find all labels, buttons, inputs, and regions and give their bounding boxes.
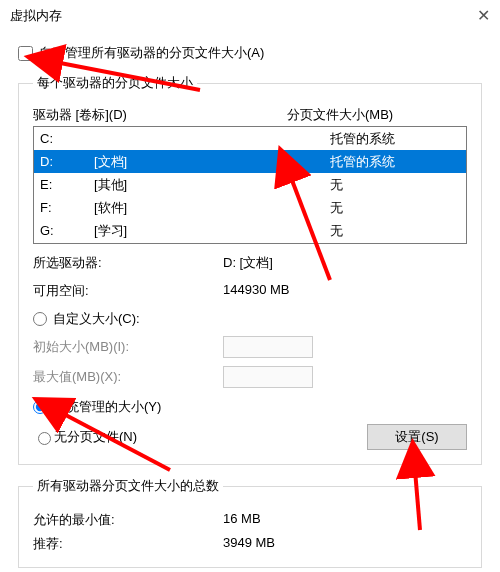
system-managed-label: 系统管理的大小(Y)	[53, 398, 161, 416]
drive-letter: F:	[40, 198, 94, 217]
per-drive-group: 每个驱动器的分页文件大小 驱动器 [卷标](D) 分页文件大小(MB) C:托管…	[18, 74, 482, 465]
available-space-label: 可用空间:	[33, 282, 223, 300]
window-title: 虚拟内存	[10, 7, 477, 25]
header-drive: 驱动器 [卷标](D)	[33, 106, 287, 124]
custom-size-radio[interactable]	[33, 312, 47, 326]
initial-size-label: 初始大小(MB)(I):	[33, 338, 223, 356]
no-paging-radio[interactable]	[38, 432, 51, 445]
no-paging-label: 无分页文件(N)	[54, 428, 137, 446]
set-button[interactable]: 设置(S)	[367, 424, 467, 450]
header-size: 分页文件大小(MB)	[287, 106, 467, 124]
totals-legend: 所有驱动器分页文件大小的总数	[33, 477, 223, 495]
drive-letter: E:	[40, 175, 94, 194]
custom-size-row: 自定义大小(C):	[33, 310, 467, 328]
drive-size: 托管的系统	[330, 152, 460, 171]
dialog-content: 自动管理所有驱动器的分页文件大小(A) 每个驱动器的分页文件大小 驱动器 [卷标…	[0, 32, 500, 568]
close-icon[interactable]: ✕	[477, 6, 490, 25]
drive-size: 无	[330, 221, 460, 240]
min-allowed-value: 16 MB	[223, 511, 467, 529]
drive-letter: C:	[40, 129, 94, 148]
drive-row[interactable]: E:[其他]无	[34, 173, 466, 196]
drive-row[interactable]: C:托管的系统	[34, 127, 466, 150]
drive-size: 托管的系统	[330, 129, 460, 148]
drive-row[interactable]: F:[软件]无	[34, 196, 466, 219]
max-size-label: 最大值(MB)(X):	[33, 368, 223, 386]
system-managed-row: 系统管理的大小(Y)	[33, 398, 467, 416]
custom-size-label: 自定义大小(C):	[53, 310, 140, 328]
selected-drive-row: 所选驱动器: D: [文档]	[33, 254, 467, 272]
drive-label: [文档]	[94, 152, 330, 171]
drive-size: 无	[330, 175, 460, 194]
title-bar: 虚拟内存 ✕	[0, 0, 500, 32]
initial-size-row: 初始大小(MB)(I):	[33, 336, 467, 358]
selected-drive-value: D: [文档]	[223, 254, 467, 272]
recommended-label: 推荐:	[33, 535, 223, 553]
drive-row[interactable]: G:[学习]无	[34, 219, 466, 242]
drive-label: [软件]	[94, 198, 330, 217]
drive-label	[94, 129, 330, 148]
drive-size: 无	[330, 198, 460, 217]
totals-group: 所有驱动器分页文件大小的总数 允许的最小值: 16 MB 推荐: 3949 MB	[18, 477, 482, 568]
per-drive-legend: 每个驱动器的分页文件大小	[33, 74, 197, 92]
system-managed-radio[interactable]	[33, 400, 47, 414]
available-space-value: 144930 MB	[223, 282, 467, 300]
drive-list-header: 驱动器 [卷标](D) 分页文件大小(MB)	[33, 106, 467, 124]
max-size-input[interactable]	[223, 366, 313, 388]
selected-drive-label: 所选驱动器:	[33, 254, 223, 272]
min-allowed-row: 允许的最小值: 16 MB	[33, 511, 467, 529]
drive-list[interactable]: C:托管的系统D:[文档]托管的系统E:[其他]无F:[软件]无G:[学习]无	[33, 126, 467, 244]
available-space-row: 可用空间: 144930 MB	[33, 282, 467, 300]
drive-letter: G:	[40, 221, 94, 240]
min-allowed-label: 允许的最小值:	[33, 511, 223, 529]
recommended-row: 推荐: 3949 MB	[33, 535, 467, 553]
recommended-value: 3949 MB	[223, 535, 467, 553]
auto-manage-checkbox[interactable]	[18, 46, 33, 61]
auto-manage-row: 自动管理所有驱动器的分页文件大小(A)	[18, 44, 482, 62]
auto-manage-label: 自动管理所有驱动器的分页文件大小(A)	[39, 44, 264, 62]
drive-row[interactable]: D:[文档]托管的系统	[34, 150, 466, 173]
max-size-row: 最大值(MB)(X):	[33, 366, 467, 388]
drive-label: [其他]	[94, 175, 330, 194]
drive-label: [学习]	[94, 221, 330, 240]
drive-letter: D:	[40, 152, 94, 171]
no-paging-row: 无分页文件(N) 设置(S)	[33, 424, 467, 450]
initial-size-input[interactable]	[223, 336, 313, 358]
